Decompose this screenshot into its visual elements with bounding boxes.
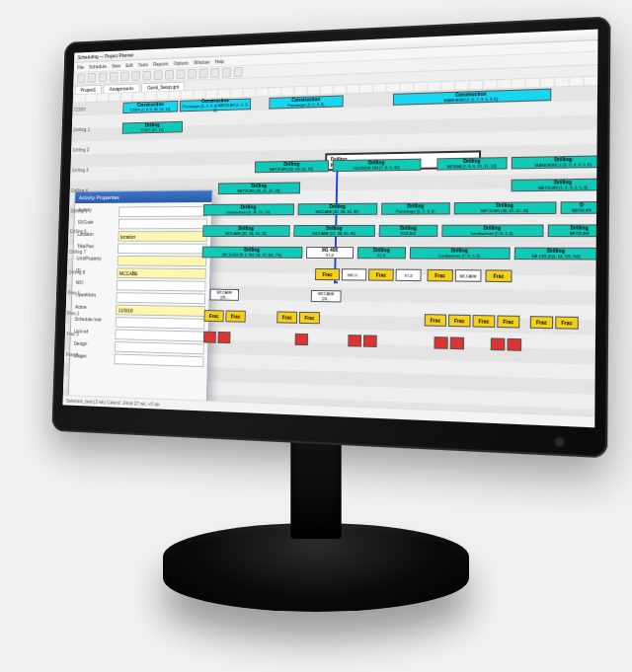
field-unit-property[interactable] (118, 256, 207, 266)
gantt-bar[interactable]: ConstructionPreissinger {1, 2, 3, 4} MET… (180, 99, 251, 112)
field-wo[interactable] (117, 280, 206, 292)
menu-file[interactable]: File (77, 64, 84, 70)
field-active[interactable] (116, 305, 205, 317)
field-unit-ref[interactable] (115, 330, 204, 342)
gantt-bar[interactable]: M1 40897-0 (306, 247, 354, 259)
gantt-bar[interactable] (295, 334, 309, 345)
gantt-bar[interactable]: Frac (497, 315, 519, 328)
status-text: Selected_task:(2 wk) Calend: 24cal 27 wk… (66, 398, 160, 408)
save-icon[interactable] (99, 73, 108, 83)
field-oper-adm[interactable] (116, 292, 205, 304)
gantt-bar[interactable]: DrillingMCCABE {32, 33, 34, 35} (298, 203, 378, 215)
field-schedule-instr[interactable] (116, 317, 205, 330)
gantt-bar[interactable]: DrillingMETZLER {40, 41, 42, 43} (218, 182, 300, 194)
gantt-bar[interactable]: Frac (472, 315, 495, 328)
cut-icon[interactable] (120, 72, 129, 82)
gantt-bar[interactable]: DrillingMCCABE {12, 38, 30, 39} (293, 225, 375, 237)
zoom-in-icon[interactable] (176, 69, 185, 79)
link-icon[interactable] (210, 68, 219, 78)
field-id[interactable] (117, 267, 206, 278)
print-icon[interactable] (110, 72, 118, 82)
gantt-bar[interactable] (434, 336, 447, 349)
field-id-code[interactable] (118, 218, 207, 229)
gantt-bar[interactable]: ConstructionMANKIEWICZ {1, 2, 3, 4, 5, 6… (393, 89, 551, 106)
gantt-bar[interactable]: ConstructionPreissinger {1, 2, 3, 4} (269, 95, 343, 109)
gantt-bar[interactable]: DrillingIsenbachner {9, 10, 11, 12} (203, 203, 294, 215)
ok-button[interactable]: OK (106, 412, 135, 425)
gantt-bar[interactable]: Frac (425, 314, 446, 327)
menu-view[interactable]: View (112, 63, 120, 69)
gantt-bar[interactable]: Frac (368, 268, 394, 280)
gantt-bar[interactable]: DrillingMETZLER (548, 224, 597, 237)
gantt-bar[interactable]: DMETZLER (561, 201, 597, 214)
tab-gantt_setup.gnt[interactable]: Gantt_Setup.gnt (141, 81, 185, 91)
gantt-bar[interactable]: Drilling07-9 (357, 247, 406, 259)
redo-icon[interactable] (165, 70, 174, 80)
gantt-bar[interactable]: DrillingNB 1/02-8 {4, 14, 1/5, 9/4} (514, 248, 597, 261)
gantt-canvas[interactable]: Drilling MCCABE {20, 21, 22, 23, 24, 25}… (62, 86, 597, 427)
gantt-bar[interactable]: DrillingMANKIEWICZ {1, 2, 3, 4, 5, 6} (512, 155, 597, 169)
menu-options[interactable]: Options (174, 60, 189, 66)
gantt-bar[interactable]: DrillingNB 1/13-8 {8, 4, 9/4, 04, 12, 6/… (202, 247, 303, 259)
field-location[interactable] (118, 231, 206, 242)
menu-schedule[interactable]: Schedule (89, 63, 107, 69)
gantt-bar[interactable]: DrillingMETZLER {1, 2, 3, 4, 5, 6} (511, 178, 597, 191)
gantt-bar[interactable]: Frac (485, 269, 512, 282)
gantt-bar[interactable]: MCCABE {20,.. (311, 290, 342, 303)
menu-tools[interactable]: Tools (138, 61, 148, 67)
gantt-bar[interactable]: DrillingKULINSKI 104 {7, 8, 9, 10} (333, 159, 422, 173)
refresh-icon[interactable] (234, 67, 243, 77)
field-design[interactable] (115, 341, 204, 354)
gantt-bar[interactable]: Frac (276, 311, 297, 323)
gantt-bar[interactable]: Frac (225, 310, 246, 322)
gantt-bar[interactable]: DrillingMCCABE {32, 33, 19, 20} (202, 225, 290, 237)
field-title-part[interactable] (118, 244, 206, 255)
gantt-bar[interactable]: NB 1/... (342, 268, 366, 280)
gantt-bar[interactable]: DrillingIsenbachner {7, 6, 5, 8} (410, 247, 511, 260)
menu-edit[interactable]: Edit (125, 62, 133, 68)
power-button[interactable] (554, 436, 565, 447)
field-activity[interactable] (118, 206, 207, 217)
gantt-bar[interactable] (450, 336, 464, 349)
gantt-bar[interactable]: Frac (203, 310, 223, 322)
menu-help[interactable]: Help (215, 58, 224, 64)
gantt-bar[interactable] (217, 332, 230, 343)
open-icon[interactable] (88, 73, 97, 83)
cancel-button[interactable]: Cancel (138, 414, 169, 427)
gantt-bar[interactable] (203, 332, 216, 343)
field-stages[interactable] (115, 354, 204, 367)
gantt-bar[interactable]: Frac (448, 315, 471, 328)
new-icon[interactable] (77, 73, 86, 83)
gantt-bar[interactable] (348, 335, 361, 347)
gantt-bar[interactable]: ConstructionCODY {7, 8, 9, 10, 11, 12} (122, 101, 178, 113)
gantt-bar[interactable]: Frac (299, 312, 320, 324)
gantt-bar[interactable]: Frac (315, 268, 340, 280)
paste-icon[interactable] (142, 71, 151, 81)
copy-icon[interactable] (131, 71, 140, 81)
menu-reports[interactable]: Reports (153, 61, 168, 67)
zoom-out-icon[interactable] (188, 69, 197, 79)
gantt-bar[interactable]: DrillingMETZLER {52, 53, 54, 55} (255, 160, 329, 173)
gantt-bar[interactable] (491, 337, 506, 350)
unlink-icon[interactable] (222, 67, 231, 77)
gantt-bar[interactable]: Frac (427, 269, 452, 282)
tab-project1[interactable]: Project1 (75, 84, 103, 93)
gantt-bar[interactable] (363, 335, 377, 347)
close-button[interactable]: Close (172, 415, 202, 427)
gantt-bar[interactable]: 97-0 (396, 269, 422, 282)
tab-assignments[interactable]: Assignments (104, 83, 140, 93)
gantt-bar[interactable]: Frac (530, 316, 553, 329)
gantt-bar[interactable]: DrillingMETZLER {40, 41, 42, 43} (454, 201, 557, 214)
gantt-bar[interactable]: DrillingO10 304 (379, 225, 438, 237)
gantt-bar[interactable]: MCCABE (455, 269, 482, 282)
filter-icon[interactable] (198, 68, 207, 78)
undo-icon[interactable] (154, 70, 163, 80)
gantt-bar[interactable]: Frac (555, 317, 579, 330)
gantt-bar[interactable]: DrillingCODY {12, 11} (122, 121, 184, 134)
gantt-bar[interactable]: DrillingMCKEA {7, 8, 9, 10, 11, 12} (436, 157, 507, 170)
gantt-bar[interactable]: DrillingPreissinger {1, 2, 3, 4} (381, 202, 450, 215)
gantt-bar[interactable]: MCCABE {20,.. (209, 289, 239, 301)
menu-window[interactable]: Window (194, 59, 209, 65)
gantt-bar[interactable]: DrillingIsenbachner {7, 6, 5, 8} (441, 224, 543, 237)
gantt-bar[interactable] (507, 338, 521, 351)
